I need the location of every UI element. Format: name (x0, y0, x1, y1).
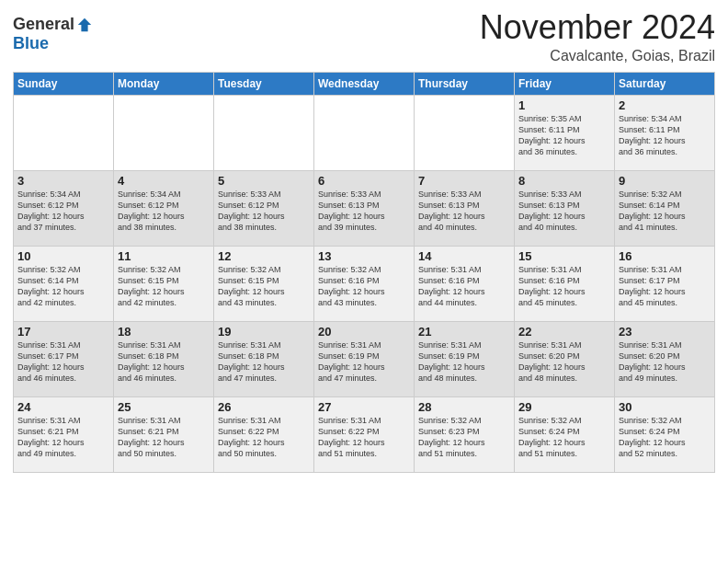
calendar-row: 10Sunrise: 5:32 AM Sunset: 6:14 PM Dayli… (14, 246, 715, 321)
calendar-cell-11: 11Sunrise: 5:32 AM Sunset: 6:15 PM Dayli… (114, 246, 214, 321)
day-number: 8 (518, 174, 610, 188)
cell-info: Sunrise: 5:31 AM Sunset: 6:19 PM Dayligh… (318, 339, 410, 385)
calendar-cell-empty (114, 95, 214, 170)
calendar-cell-7: 7Sunrise: 5:33 AM Sunset: 6:13 PM Daylig… (415, 170, 515, 246)
calendar-cell-4: 4Sunrise: 5:34 AM Sunset: 6:12 PM Daylig… (114, 170, 214, 246)
cell-info: Sunrise: 5:33 AM Sunset: 6:12 PM Dayligh… (218, 189, 310, 234)
calendar-cell-15: 15Sunrise: 5:31 AM Sunset: 6:16 PM Dayli… (515, 246, 615, 321)
calendar-cell-27: 27Sunrise: 5:31 AM Sunset: 6:22 PM Dayli… (314, 396, 415, 472)
page: General Blue November 2024 Cavalcante, G… (0, 0, 728, 563)
cell-info: Sunrise: 5:31 AM Sunset: 6:22 PM Dayligh… (218, 415, 310, 460)
day-number: 3 (17, 174, 109, 188)
calendar-cell-16: 16Sunrise: 5:31 AM Sunset: 6:17 PM Dayli… (615, 246, 715, 321)
logo: General Blue (13, 9, 93, 53)
calendar-cell-empty (14, 95, 114, 170)
cell-info: Sunrise: 5:31 AM Sunset: 6:17 PM Dayligh… (619, 264, 711, 309)
calendar-row: 3Sunrise: 5:34 AM Sunset: 6:12 PM Daylig… (14, 170, 715, 246)
cell-info: Sunrise: 5:31 AM Sunset: 6:17 PM Dayligh… (17, 339, 109, 385)
day-number: 13 (318, 249, 410, 263)
cell-info: Sunrise: 5:31 AM Sunset: 6:18 PM Dayligh… (218, 339, 310, 385)
day-number: 14 (418, 249, 510, 263)
calendar-row: 17Sunrise: 5:31 AM Sunset: 6:17 PM Dayli… (14, 321, 715, 396)
day-number: 17 (17, 325, 109, 339)
logo-general-text: General (13, 15, 74, 34)
day-number: 16 (619, 249, 711, 263)
weekday-header-friday: Friday (515, 72, 615, 95)
cell-info: Sunrise: 5:31 AM Sunset: 6:16 PM Dayligh… (518, 264, 610, 309)
cell-info: Sunrise: 5:32 AM Sunset: 6:14 PM Dayligh… (17, 264, 109, 309)
calendar-row: 24Sunrise: 5:31 AM Sunset: 6:21 PM Dayli… (14, 396, 715, 472)
day-number: 23 (619, 325, 711, 339)
location-subtitle: Cavalcante, Goias, Brazil (480, 48, 715, 64)
calendar-cell-6: 6Sunrise: 5:33 AM Sunset: 6:13 PM Daylig… (314, 170, 415, 246)
calendar-table: SundayMondayTuesdayWednesdayThursdayFrid… (13, 72, 715, 473)
cell-info: Sunrise: 5:31 AM Sunset: 6:16 PM Dayligh… (418, 264, 510, 309)
calendar-cell-24: 24Sunrise: 5:31 AM Sunset: 6:21 PM Dayli… (14, 396, 114, 472)
day-number: 20 (318, 325, 410, 339)
day-number: 22 (518, 325, 610, 339)
calendar-cell-1: 1Sunrise: 5:35 AM Sunset: 6:11 PM Daylig… (515, 95, 615, 170)
weekday-header-wednesday: Wednesday (314, 72, 415, 95)
cell-info: Sunrise: 5:34 AM Sunset: 6:12 PM Dayligh… (17, 189, 109, 234)
calendar-cell-5: 5Sunrise: 5:33 AM Sunset: 6:12 PM Daylig… (214, 170, 314, 246)
calendar-cell-17: 17Sunrise: 5:31 AM Sunset: 6:17 PM Dayli… (14, 321, 114, 396)
calendar-cell-10: 10Sunrise: 5:32 AM Sunset: 6:14 PM Dayli… (14, 246, 114, 321)
day-number: 26 (218, 400, 310, 414)
day-number: 5 (218, 174, 310, 188)
day-number: 19 (218, 325, 310, 339)
day-number: 18 (118, 325, 210, 339)
calendar-cell-14: 14Sunrise: 5:31 AM Sunset: 6:16 PM Dayli… (415, 246, 515, 321)
day-number: 10 (17, 249, 109, 263)
cell-info: Sunrise: 5:33 AM Sunset: 6:13 PM Dayligh… (418, 189, 510, 234)
day-number: 9 (619, 174, 711, 188)
svg-marker-0 (78, 17, 91, 30)
day-number: 30 (619, 400, 711, 414)
day-number: 7 (418, 174, 510, 188)
calendar-cell-empty (214, 95, 314, 170)
cell-info: Sunrise: 5:31 AM Sunset: 6:21 PM Dayligh… (118, 415, 210, 460)
calendar-cell-2: 2Sunrise: 5:34 AM Sunset: 6:11 PM Daylig… (615, 95, 715, 170)
day-number: 28 (418, 400, 510, 414)
calendar-cell-28: 28Sunrise: 5:32 AM Sunset: 6:23 PM Dayli… (415, 396, 515, 472)
weekday-header-sunday: Sunday (14, 72, 114, 95)
calendar-cell-30: 30Sunrise: 5:32 AM Sunset: 6:24 PM Dayli… (615, 396, 715, 472)
cell-info: Sunrise: 5:31 AM Sunset: 6:20 PM Dayligh… (619, 339, 711, 385)
cell-info: Sunrise: 5:32 AM Sunset: 6:15 PM Dayligh… (118, 264, 210, 309)
calendar-cell-21: 21Sunrise: 5:31 AM Sunset: 6:19 PM Dayli… (415, 321, 515, 396)
calendar-cell-19: 19Sunrise: 5:31 AM Sunset: 6:18 PM Dayli… (214, 321, 314, 396)
day-number: 1 (518, 98, 610, 112)
cell-info: Sunrise: 5:34 AM Sunset: 6:11 PM Dayligh… (619, 113, 711, 158)
day-number: 2 (619, 98, 711, 112)
day-number: 4 (118, 174, 210, 188)
logo-blue-text: Blue (13, 34, 49, 53)
calendar-cell-25: 25Sunrise: 5:31 AM Sunset: 6:21 PM Dayli… (114, 396, 214, 472)
cell-info: Sunrise: 5:33 AM Sunset: 6:13 PM Dayligh… (518, 189, 610, 234)
logo-icon (76, 17, 93, 33)
calendar-cell-empty (314, 95, 415, 170)
calendar-cell-20: 20Sunrise: 5:31 AM Sunset: 6:19 PM Dayli… (314, 321, 415, 396)
day-number: 25 (118, 400, 210, 414)
calendar-cell-29: 29Sunrise: 5:32 AM Sunset: 6:24 PM Dayli… (515, 396, 615, 472)
cell-info: Sunrise: 5:32 AM Sunset: 6:24 PM Dayligh… (619, 415, 711, 460)
cell-info: Sunrise: 5:32 AM Sunset: 6:23 PM Dayligh… (418, 415, 510, 460)
cell-info: Sunrise: 5:31 AM Sunset: 6:22 PM Dayligh… (318, 415, 410, 460)
calendar-cell-18: 18Sunrise: 5:31 AM Sunset: 6:18 PM Dayli… (114, 321, 214, 396)
title-block: November 2024 Cavalcante, Goias, Brazil (480, 9, 715, 64)
day-number: 27 (318, 400, 410, 414)
calendar-cell-9: 9Sunrise: 5:32 AM Sunset: 6:14 PM Daylig… (615, 170, 715, 246)
calendar-cell-13: 13Sunrise: 5:32 AM Sunset: 6:16 PM Dayli… (314, 246, 415, 321)
cell-info: Sunrise: 5:33 AM Sunset: 6:13 PM Dayligh… (318, 189, 410, 234)
calendar-header-row: SundayMondayTuesdayWednesdayThursdayFrid… (14, 72, 715, 95)
cell-info: Sunrise: 5:31 AM Sunset: 6:20 PM Dayligh… (518, 339, 610, 385)
day-number: 11 (118, 249, 210, 263)
cell-info: Sunrise: 5:32 AM Sunset: 6:15 PM Dayligh… (218, 264, 310, 309)
day-number: 21 (418, 325, 510, 339)
calendar-cell-23: 23Sunrise: 5:31 AM Sunset: 6:20 PM Dayli… (615, 321, 715, 396)
calendar-cell-12: 12Sunrise: 5:32 AM Sunset: 6:15 PM Dayli… (214, 246, 314, 321)
cell-info: Sunrise: 5:31 AM Sunset: 6:21 PM Dayligh… (17, 415, 109, 460)
day-number: 15 (518, 249, 610, 263)
day-number: 6 (318, 174, 410, 188)
calendar-cell-empty (415, 95, 515, 170)
calendar-cell-22: 22Sunrise: 5:31 AM Sunset: 6:20 PM Dayli… (515, 321, 615, 396)
weekday-header-tuesday: Tuesday (214, 72, 314, 95)
